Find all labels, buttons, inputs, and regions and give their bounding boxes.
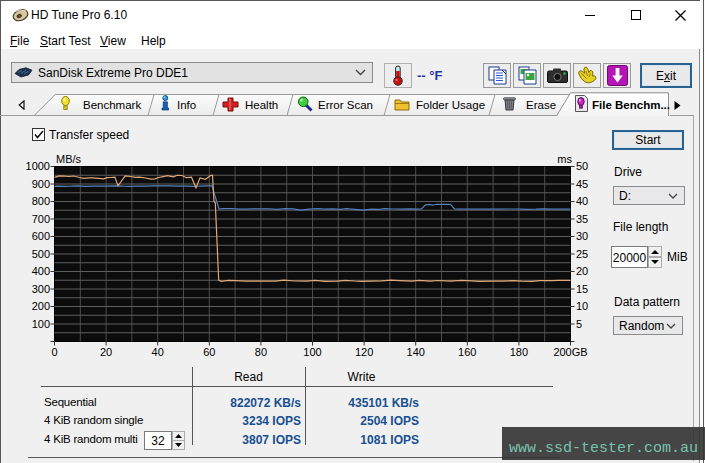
svg-text:600: 600 xyxy=(32,230,50,242)
svg-text:140: 140 xyxy=(407,346,425,358)
svg-text:100: 100 xyxy=(303,346,321,358)
svg-text:100: 100 xyxy=(32,318,50,330)
svg-text:40: 40 xyxy=(576,195,588,207)
svg-text:20: 20 xyxy=(100,346,112,358)
svg-text:500: 500 xyxy=(32,248,50,260)
svg-text:0: 0 xyxy=(51,346,57,358)
svg-text:MB/s: MB/s xyxy=(56,153,82,165)
svg-text:700: 700 xyxy=(32,213,50,225)
svg-text:200: 200 xyxy=(32,300,50,312)
svg-text:300: 300 xyxy=(32,283,50,295)
svg-text:40: 40 xyxy=(152,346,164,358)
svg-text:ms: ms xyxy=(557,153,572,165)
svg-text:35: 35 xyxy=(576,213,588,225)
svg-text:120: 120 xyxy=(355,346,373,358)
svg-text:160: 160 xyxy=(458,346,476,358)
svg-text:60: 60 xyxy=(203,346,215,358)
svg-text:25: 25 xyxy=(576,248,588,260)
svg-text:200GB: 200GB xyxy=(553,346,587,358)
svg-text:15: 15 xyxy=(576,283,588,295)
svg-text:5: 5 xyxy=(576,318,582,330)
svg-text:10: 10 xyxy=(576,300,588,312)
svg-text:1000: 1000 xyxy=(26,160,50,172)
svg-text:900: 900 xyxy=(32,178,50,190)
svg-text:20: 20 xyxy=(576,265,588,277)
svg-text:800: 800 xyxy=(32,195,50,207)
svg-text:50: 50 xyxy=(576,160,588,172)
svg-text:45: 45 xyxy=(576,178,588,190)
svg-text:400: 400 xyxy=(32,265,50,277)
svg-text:180: 180 xyxy=(510,346,528,358)
svg-text:30: 30 xyxy=(576,230,588,242)
svg-text:80: 80 xyxy=(255,346,267,358)
